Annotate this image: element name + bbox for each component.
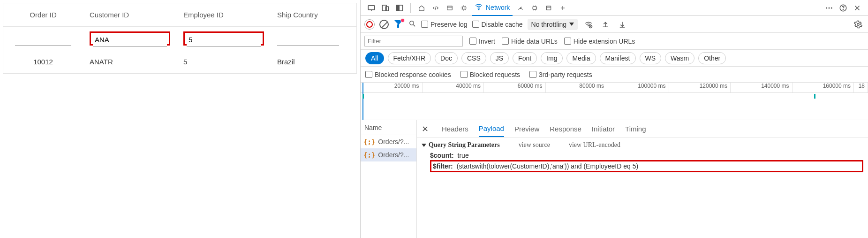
chip-js[interactable]: JS [490,52,509,64]
svg-rect-10 [547,6,551,9]
detail-tab-timing[interactable]: Timing [625,121,646,137]
table-row[interactable]: 10012 ANATR 5 Brazil [3,50,356,74]
close-devtools-icon[interactable] [851,2,863,14]
chevron-down-icon [569,23,574,26]
table-header-row: Order ID Customer ID Employee ID Ship Co… [3,3,356,27]
tick: 40000 ms [423,83,484,92]
cell-employee-id: 5 [177,58,271,66]
network-timeline[interactable]: 20000 ms 40000 ms 60000 ms 80000 ms 1000… [361,83,868,120]
view-source-link[interactable]: view source [519,141,550,149]
query-string-header[interactable]: Query String Parameters view source view… [422,141,863,149]
chip-fetch[interactable]: Fetch/XHR [388,52,431,64]
resource-type-chips: All Fetch/XHR Doc CSS JS Font Img Media … [361,50,868,67]
chip-all[interactable]: All [365,52,384,64]
inspect-icon[interactable] [365,2,377,14]
svg-point-16 [410,21,414,25]
blocked-cookies-checkbox[interactable]: Blocked response cookies [365,71,451,78]
svg-point-7 [478,9,479,10]
svg-rect-4 [396,5,399,11]
clear-button[interactable] [379,20,389,29]
filter-employee-id[interactable] [187,33,261,47]
chip-manifest[interactable]: Manifest [600,52,636,64]
upload-icon[interactable] [599,18,611,31]
network-conditions-icon[interactable] [582,18,595,31]
col-customer-id[interactable]: Customer ID [83,11,177,19]
param-filter-highlight: $filter: (startswith(tolower(CustomerID)… [430,160,863,172]
filter-customer-id[interactable] [93,33,167,47]
network-settings-icon[interactable] [852,18,864,31]
filter-toggle-button[interactable] [393,19,404,30]
tab-network[interactable]: Network [472,0,513,16]
filter-ship-country[interactable] [277,31,339,46]
chip-ws[interactable]: WS [640,52,662,64]
payload-body: Query String Parameters view source view… [417,138,868,176]
detail-tab-headers[interactable]: Headers [442,121,468,137]
tab-debug-icon[interactable] [458,0,470,16]
param-count: $count: true [430,152,863,159]
svg-rect-1 [382,5,386,11]
chip-doc[interactable]: Doc [435,52,458,64]
help-icon[interactable] [837,2,849,14]
tab-application-icon[interactable] [543,0,555,16]
invert-checkbox[interactable]: Invert [469,38,495,45]
svg-rect-0 [368,5,375,9]
request-item[interactable]: {;}Orders/?... [361,135,416,148]
request-details: ✕ Headers Payload Preview Response Initi… [417,120,868,238]
dock-icon[interactable] [393,2,406,14]
cell-customer-id: ANATR [83,58,177,66]
preserve-log-checkbox[interactable]: Preserve log [421,21,468,28]
col-order-id[interactable]: Order ID [3,11,83,19]
chip-wasm[interactable]: Wasm [665,52,694,64]
detail-tab-payload[interactable]: Payload [479,121,504,137]
throttling-dropdown[interactable]: No throttling [528,19,578,30]
chip-media[interactable]: Media [566,52,596,64]
svg-point-6 [462,7,465,9]
filter-customer-highlight [90,31,170,46]
chip-img[interactable]: Img [541,52,563,64]
request-list-header[interactable]: Name [361,120,416,135]
chip-font[interactable]: Font [513,52,537,64]
tab-sources-icon[interactable] [444,0,456,16]
wifi-icon [475,2,483,12]
json-icon: {;} [363,151,375,159]
search-icon[interactable] [408,20,416,29]
tab-add-icon[interactable] [557,0,569,16]
record-button[interactable] [364,19,375,30]
col-employee-id[interactable]: Employee ID [177,11,271,19]
tab-console-icon[interactable] [430,0,442,16]
col-ship-country[interactable]: Ship Country [271,11,356,19]
network-filter-row: Invert Hide data URLs Hide extension URL… [361,33,868,50]
tick: 80000 ms [546,83,608,92]
detail-tab-initiator[interactable]: Initiator [592,121,615,137]
tab-performance-icon[interactable] [514,0,527,16]
caret-down-icon [422,144,426,147]
svg-point-13 [831,7,832,8]
tab-elements-icon[interactable] [415,0,428,16]
hide-data-urls-checkbox[interactable]: Hide data URLs [502,38,558,45]
view-url-encoded-link[interactable]: view URL-encoded [569,141,620,149]
more-icon[interactable] [823,2,835,14]
chip-other[interactable]: Other [698,52,726,64]
network-toolbar: Preserve log Disable cache No throttling [361,16,868,33]
download-icon[interactable] [616,18,628,31]
tick: 100000 ms [607,83,669,92]
detail-tab-response[interactable]: Response [550,121,581,137]
hide-extension-urls-checkbox[interactable]: Hide extension URLs [564,38,635,45]
filter-order-id[interactable] [15,31,72,46]
chip-css[interactable]: CSS [461,52,486,64]
tab-memory-icon[interactable] [528,0,541,16]
filter-active-dot [400,18,405,23]
timeline-bar [814,94,815,99]
device-toggle-icon[interactable] [379,2,392,14]
network-filter-input[interactable] [364,36,463,47]
disable-cache-checkbox[interactable]: Disable cache [472,21,523,28]
blocked-requests-checkbox[interactable]: Blocked requests [460,71,520,78]
tick: 18 [854,83,868,92]
close-details-icon[interactable]: ✕ [422,124,429,134]
svg-point-11 [826,7,827,8]
data-grid: Order ID Customer ID Employee ID Ship Co… [3,3,357,74]
svg-point-8 [521,8,521,8]
request-item-selected[interactable]: {;}Orders/?... [361,148,416,161]
detail-tab-preview[interactable]: Preview [514,121,539,137]
third-party-checkbox[interactable]: 3rd-party requests [529,71,592,78]
